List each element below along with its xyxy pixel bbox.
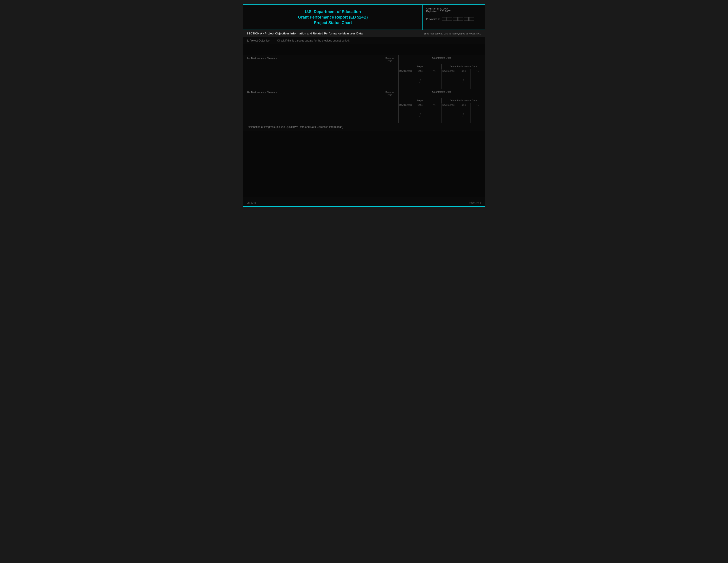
col-1a-middle — [381, 69, 399, 73]
perf-1a-label: 1a. Performance Measure — [243, 55, 381, 64]
data-1a-slash2: / — [456, 73, 471, 89]
award-box-5[interactable] — [464, 17, 469, 21]
data-1a-right: / / — [399, 73, 485, 89]
perf-1b-header-row: 1b. Performance Measure Measure Type Qua… — [243, 89, 485, 98]
perf-1b-target-label: Target — [399, 98, 442, 103]
data-1b-middle[interactable] — [381, 107, 399, 123]
section-a-header: SECTION A - Project Objectives Informati… — [243, 30, 485, 37]
data-1a-raw[interactable] — [399, 73, 413, 89]
quant-1b-middle-spacer — [381, 98, 399, 103]
performance-1a-section: 1a. Performance Measure Measure Type Qua… — [243, 55, 485, 89]
pr-award-boxes — [442, 17, 474, 21]
award-box-6[interactable] — [469, 17, 474, 21]
perf-1a-measure-type: Measure Type — [381, 55, 399, 64]
project-objective-row: 1. Project Objective Check if this is a … — [243, 37, 485, 44]
status-update-checkbox[interactable] — [272, 39, 275, 42]
data-1b-actual-pct[interactable] — [471, 107, 485, 123]
header-info-block: OMB No. 1890 0004 Expiration: 10 31 2007… — [423, 5, 485, 30]
award-box-2[interactable] — [447, 17, 452, 21]
quant-1a-right: Target Actual Performance Data — [399, 64, 485, 69]
perf-1b-data-row: / / — [243, 107, 485, 123]
quant-1a-middle-spacer — [381, 64, 399, 69]
dept-name: U.S. Department of Education — [250, 9, 416, 14]
perf-1a-data-row: / / — [243, 73, 485, 89]
explanation-section: Explanation of Progress (Include Qualita… — [243, 123, 485, 197]
data-1b-pct[interactable] — [427, 107, 442, 123]
perf-1a-quantitative: Quantitative Data — [399, 55, 485, 64]
data-1b-right: / / — [399, 107, 485, 123]
objective-text-area[interactable] — [243, 44, 485, 55]
col-1b-ratio-actual: Ratio — [456, 103, 471, 107]
col-1a-raw-number: Raw Number — [399, 69, 413, 73]
pr-award-block: PR/Award #: — [423, 15, 485, 23]
col-1b-left-spacer — [243, 103, 381, 107]
data-1b-raw[interactable] — [399, 107, 413, 123]
data-1b-slash2: / — [456, 107, 471, 123]
data-1b-slash1: / — [413, 107, 427, 123]
omb-line1: OMB No. 1890 0004 — [426, 7, 481, 10]
perf-1b-measure-type: Measure Type — [381, 89, 399, 98]
col-1a-ratio-actual: Ratio — [456, 69, 471, 73]
col-1b-percent: % — [427, 103, 442, 107]
chart-name: Project Status Chart — [250, 21, 416, 25]
col-1b-middle — [381, 103, 399, 107]
col-1b-right: Raw Number Ratio % Raw Number Ratio % — [399, 103, 485, 107]
award-box-3[interactable] — [453, 17, 458, 21]
col-1a-right: Raw Number Ratio % Raw Number Ratio % — [399, 69, 485, 73]
col-1b-raw-number: Raw Number — [399, 103, 413, 107]
perf-1a-subheader: Target Actual Performance Data — [243, 64, 485, 69]
perf-1a-target-label: Target — [399, 64, 442, 69]
col-1b-raw-number-actual: Raw Number — [442, 103, 456, 107]
col-1b-ratio: Ratio — [413, 103, 427, 107]
omb-line2: Expiration: 10 31 2007 — [426, 10, 481, 13]
perf-1b-label: 1b. Performance Measure — [243, 89, 381, 98]
header-title-block: U.S. Department of Education Grant Perfo… — [243, 5, 423, 30]
perf-1b-actual-label: Actual Performance Data — [442, 98, 485, 103]
data-1a-actual-pct[interactable] — [471, 73, 485, 89]
omb-block: OMB No. 1890 0004 Expiration: 10 31 2007 — [423, 5, 485, 15]
pr-award-label: PR/Award #: — [426, 18, 440, 20]
section-a-note: (See Instructions. Use as many pages as … — [424, 32, 481, 35]
col-1a-left-spacer — [243, 69, 381, 73]
data-1b-left[interactable] — [243, 107, 381, 123]
data-1a-middle[interactable] — [381, 73, 399, 89]
perf-1b-quantitative: Quantitative Data — [399, 89, 485, 98]
explanation-content[interactable] — [243, 131, 485, 197]
data-1a-slash1: / — [413, 73, 427, 89]
perf-1a-header-row: 1a. Performance Measure Measure Type Qua… — [243, 55, 485, 64]
col-1a-raw-number-actual: Raw Number — [442, 69, 456, 73]
data-1b-actual-raw[interactable] — [442, 107, 456, 123]
explanation-label: Explanation of Progress (Include Qualita… — [243, 123, 485, 131]
quant-1b-right: Target Actual Performance Data — [399, 98, 485, 103]
section-a-title: SECTION A - Project Objectives Informati… — [247, 32, 363, 35]
performance-1b-section: 1b. Performance Measure Measure Type Qua… — [243, 89, 485, 123]
page-container: U.S. Department of Education Grant Perfo… — [243, 4, 485, 207]
project-objective-label: 1. Project Objective — [247, 39, 270, 42]
data-1a-pct[interactable] — [427, 73, 442, 89]
data-1a-actual-raw[interactable] — [442, 73, 456, 89]
award-box-4[interactable] — [458, 17, 463, 21]
footer: ED 524B Page 3 of 5 — [247, 201, 481, 204]
award-box-1[interactable] — [442, 17, 447, 21]
header-section: U.S. Department of Education Grant Perfo… — [243, 5, 485, 30]
footer-left: ED 524B — [247, 201, 256, 204]
checkbox-label: Check if this is a status update for the… — [277, 39, 350, 42]
col-1b-percent-actual: % — [471, 103, 485, 107]
report-name: Grant Performance Report (ED 524B) — [250, 15, 416, 20]
col-1a-ratio: Ratio — [413, 69, 427, 73]
perf-1b-subheader: Target Actual Performance Data — [243, 98, 485, 103]
footer-right: Page 3 of 5 — [469, 201, 481, 204]
quant-1b-left-spacer — [243, 98, 381, 103]
perf-1a-columns-row: Raw Number Ratio % Raw Number Ratio % — [243, 69, 485, 73]
quant-1a-left-spacer — [243, 64, 381, 69]
col-1a-percent: % — [427, 69, 442, 73]
perf-1a-actual-label: Actual Performance Data — [442, 64, 485, 69]
data-1a-left[interactable] — [243, 73, 381, 89]
perf-1b-columns-row: Raw Number Ratio % Raw Number Ratio % — [243, 103, 485, 107]
col-1a-percent-actual: % — [471, 69, 485, 73]
